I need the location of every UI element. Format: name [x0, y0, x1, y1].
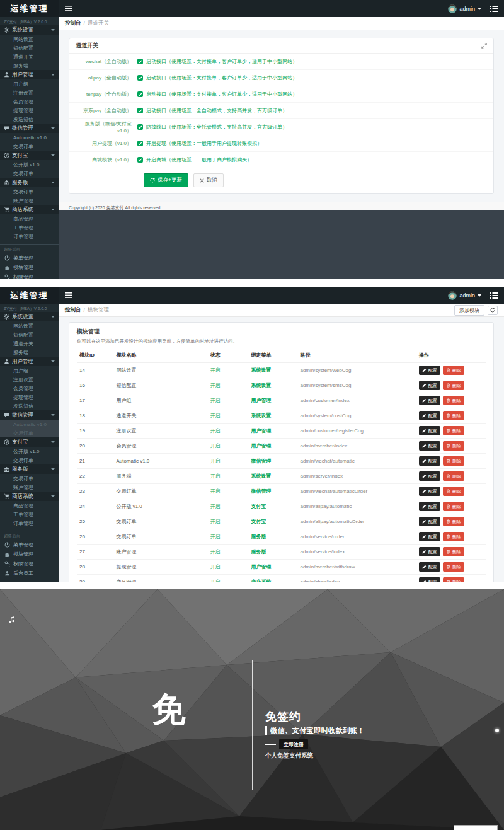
bound-menu-link[interactable]: 用户管理 — [251, 443, 272, 449]
user-menu[interactable]: admin — [448, 291, 481, 300]
sidebar-item[interactable]: 网站设置 — [0, 35, 59, 43]
sidebar-item[interactable]: 账户管理 — [0, 196, 59, 205]
delete-button[interactable]: 删除 — [443, 426, 464, 435]
sidebar-group-gear[interactable]: 系统设置 — [0, 312, 59, 321]
sidebar-item[interactable]: 用户组 — [0, 79, 59, 88]
bound-menu-link[interactable]: 服务版 — [251, 534, 266, 539]
sidebar-item[interactable]: 交易订单 — [0, 187, 59, 196]
sidebar-group-cart[interactable]: 商店系统 — [0, 205, 59, 214]
config-button[interactable]: 配置 — [419, 441, 440, 451]
user-menu[interactable]: admin — [448, 4, 481, 13]
sidebar-group-bank[interactable]: 服务版 — [0, 464, 59, 474]
bound-menu-link[interactable]: 系统设置 — [251, 367, 272, 373]
bound-menu-link[interactable]: 用户管理 — [251, 564, 272, 570]
sidebar-item[interactable]: 订单管理 — [0, 232, 59, 241]
config-button[interactable]: 配置 — [419, 411, 440, 420]
config-button[interactable]: 配置 — [419, 471, 440, 481]
bound-menu-link[interactable]: 系统设置 — [251, 383, 272, 388]
delete-button[interactable]: 删除 — [443, 396, 464, 405]
sidebar-item[interactable]: 工单管理 — [0, 223, 59, 232]
sidebar-item[interactable]: 服务端 — [0, 348, 59, 357]
sidebar-item[interactable]: 工单管理 — [0, 510, 59, 519]
sidebar-item[interactable]: 会员管理 — [0, 97, 59, 106]
sidebar-item[interactable]: 交易订单 — [0, 429, 59, 437]
delete-button[interactable]: 删除 — [443, 562, 464, 572]
expand-icon[interactable] — [481, 43, 487, 49]
sidebar-item[interactable]: 短信配置 — [0, 43, 59, 52]
sidebar-item[interactable]: 交易订单 — [0, 456, 59, 464]
delete-button[interactable]: 删除 — [443, 441, 464, 451]
sidebar-tool-item[interactable]: 菜单管理 — [0, 540, 59, 550]
sidebar-item[interactable]: 公开版 v1.0 — [0, 447, 59, 456]
config-button[interactable]: 配置 — [419, 396, 440, 405]
config-button[interactable]: 配置 — [419, 426, 440, 435]
checkbox-checked[interactable] — [137, 75, 143, 81]
sidebar-item[interactable]: 公开版 v1.0 — [0, 160, 59, 169]
sidebar-item[interactable]: 交易订单 — [0, 474, 59, 483]
delete-button[interactable]: 删除 — [443, 471, 464, 481]
config-button[interactable]: 配置 — [419, 487, 440, 496]
bound-menu-link[interactable]: 用户管理 — [251, 398, 272, 403]
sidebar-item[interactable]: 账户管理 — [0, 483, 59, 492]
checkbox-checked[interactable] — [137, 108, 143, 113]
delete-button[interactable]: 删除 — [443, 381, 464, 390]
sidebar-item[interactable]: 商品管理 — [0, 214, 59, 223]
cancel-button[interactable]: 取消 — [193, 173, 224, 187]
delete-button[interactable]: 删除 — [443, 517, 464, 526]
sidebar-group-gear[interactable]: 系统设置 — [0, 25, 59, 35]
sidebar-group-comment[interactable]: 微信管理 — [0, 410, 59, 420]
sidebar-group-comment[interactable]: 微信管理 — [0, 124, 59, 133]
carousel-dot[interactable] — [495, 729, 499, 732]
sidebar-group-user[interactable]: 用户管理 — [0, 357, 59, 366]
delete-button[interactable]: 删除 — [443, 366, 464, 375]
control-sidebar-toggle-icon[interactable] — [490, 6, 498, 12]
breadcrumb-home[interactable]: 控制台 — [65, 20, 81, 27]
config-button[interactable]: 配置 — [419, 366, 440, 375]
refresh-icon[interactable] — [488, 306, 498, 315]
config-button[interactable]: 配置 — [419, 502, 440, 511]
bound-menu-link[interactable]: 商店系统 — [251, 579, 272, 582]
sidebar-item[interactable]: 注册设置 — [0, 88, 59, 97]
sidebar-item[interactable]: 会员管理 — [0, 384, 59, 393]
app-logo[interactable]: 运维管理 — [0, 287, 59, 304]
sidebar-item[interactable]: 交易订单 — [0, 169, 59, 178]
control-sidebar-toggle-icon[interactable] — [490, 292, 498, 299]
app-logo[interactable]: 运维管理 — [0, 0, 59, 17]
sidebar-item[interactable]: 用户组 — [0, 366, 59, 375]
checkbox-checked[interactable] — [137, 157, 143, 163]
delete-button[interactable]: 删除 — [443, 502, 464, 511]
config-button[interactable]: 配置 — [419, 517, 440, 526]
music-note-icon[interactable] — [9, 614, 15, 626]
hamburger-icon[interactable] — [65, 292, 72, 298]
delete-button[interactable]: 删除 — [443, 547, 464, 556]
config-button[interactable]: 配置 — [419, 547, 440, 556]
config-button[interactable]: 配置 — [419, 577, 440, 582]
sidebar-group-user[interactable]: 用户管理 — [0, 70, 59, 79]
sidebar-group-pay[interactable]: 支付宝 — [0, 151, 59, 160]
save-button[interactable]: 保存+更新 — [144, 173, 188, 187]
delete-button[interactable]: 删除 — [443, 411, 464, 420]
sidebar-tool-item[interactable]: 模块管理 — [0, 550, 59, 559]
config-button[interactable]: 配置 — [419, 456, 440, 466]
delete-button[interactable]: 删除 — [443, 532, 464, 541]
bound-menu-link[interactable]: 系统设置 — [251, 473, 272, 479]
delete-button[interactable]: 删除 — [443, 456, 464, 466]
config-button[interactable]: 配置 — [419, 381, 440, 390]
sidebar-item[interactable]: 短信配置 — [0, 330, 59, 339]
bound-menu-link[interactable]: 服务版 — [251, 549, 266, 555]
sidebar-item[interactable]: Automatic v1.0 — [0, 420, 59, 429]
add-module-button[interactable]: 添加模块 — [454, 305, 484, 316]
config-button[interactable]: 配置 — [419, 532, 440, 541]
sidebar-item[interactable]: 通道开关 — [0, 339, 59, 348]
breadcrumb-home[interactable]: 控制台 — [65, 306, 81, 314]
bound-menu-link[interactable]: 微信管理 — [251, 458, 272, 464]
sidebar-item[interactable]: 服务端 — [0, 61, 59, 70]
sidebar-item[interactable]: 订单管理 — [0, 519, 59, 527]
checkbox-checked[interactable] — [137, 141, 143, 146]
delete-button[interactable]: 删除 — [443, 487, 464, 496]
checkbox-checked[interactable] — [137, 59, 143, 64]
sidebar-item[interactable]: 商品管理 — [0, 501, 59, 510]
register-button[interactable]: 立即注册 — [279, 739, 308, 749]
config-button[interactable]: 配置 — [419, 562, 440, 572]
chat-widget-peek[interactable] — [454, 825, 498, 830]
